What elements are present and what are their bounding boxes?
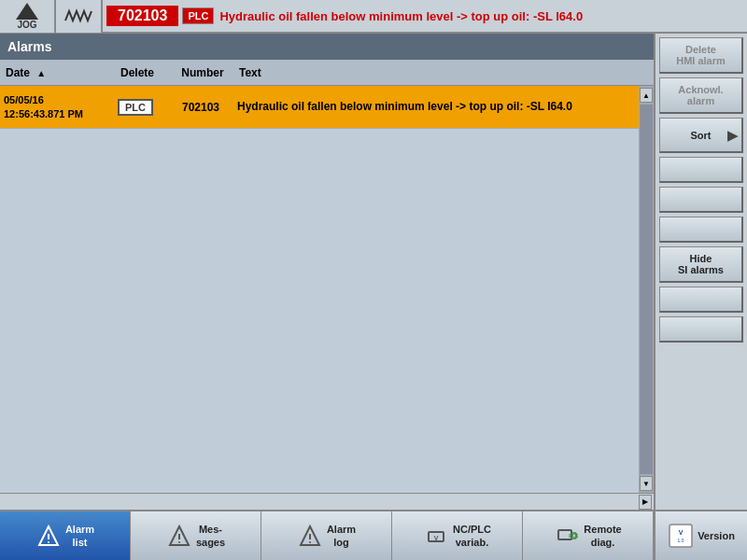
top-alarm-text: Hydraulic oil fallen below minimum level… xyxy=(219,9,583,23)
col-text-header: Text xyxy=(235,66,637,79)
jog-icon: JOG xyxy=(0,0,56,33)
sort-arrow: ▲ xyxy=(36,68,46,78)
nav-alarm-list[interactable]: Alarmlist xyxy=(0,511,131,560)
scroll-up-btn[interactable]: ▲ xyxy=(640,88,653,103)
svg-point-2 xyxy=(48,541,49,543)
table-area: 05/05/1612:56:43.871 PM PLC 702103 Hydra… xyxy=(0,86,654,493)
nav-nc-plc[interactable]: V NC/PLCvariab. xyxy=(392,511,523,560)
plc-badge-top: PLC xyxy=(182,7,214,24)
delete-hmi-alarm-button[interactable]: Delete HMI alarm xyxy=(659,37,743,74)
nav-alarm-log-label: Alarmlog xyxy=(327,523,356,550)
svg-text:1.0: 1.0 xyxy=(678,538,684,543)
version-icon: V 1.0 xyxy=(668,523,694,549)
scroll-track xyxy=(640,105,653,474)
right-spacer-3 xyxy=(659,217,743,243)
scrollbar: ▲ ▼ xyxy=(639,86,654,493)
nc-plc-icon: V xyxy=(423,523,449,549)
svg-point-8 xyxy=(309,541,311,543)
alarm-log-icon xyxy=(297,523,323,549)
top-bar: JOG 702103 PLC Hydraulic oil fallen belo… xyxy=(0,0,747,34)
svg-rect-14 xyxy=(669,525,692,547)
alarm-list-icon xyxy=(35,523,62,549)
col-number-header: Number xyxy=(170,66,235,79)
alarms-title: Alarms xyxy=(0,34,654,60)
plc-delete-btn[interactable]: PLC xyxy=(103,99,168,116)
nav-messages-label: Mes-sages xyxy=(196,523,225,550)
sort-button[interactable]: Sort ▶ xyxy=(659,118,743,153)
row-date: 05/05/1612:56:43.871 PM xyxy=(0,91,103,122)
jog-triangle xyxy=(16,3,38,20)
right-spacer-5 xyxy=(659,316,743,343)
nav-nc-plc-label: NC/PLCvariab. xyxy=(453,523,491,550)
svg-text:V: V xyxy=(679,529,684,536)
alarm-number-badge: 702103 xyxy=(106,6,178,26)
row-number: 702103 xyxy=(168,101,233,114)
svg-text:V: V xyxy=(434,535,439,541)
version-label: Version xyxy=(698,529,735,542)
right-spacer-2 xyxy=(659,187,743,213)
hide-si-alarms-button[interactable]: Hide SI alarms xyxy=(659,246,743,283)
remote-diag-icon: RCS xyxy=(554,523,580,549)
right-panel: Delete HMI alarm Acknowl. alarm Sort ▶ H… xyxy=(654,34,747,510)
right-spacer-4 xyxy=(659,287,743,313)
content-area: Alarms Date ▲ Delete Number Text 05/05/1… xyxy=(0,34,654,510)
scroll-down-btn[interactable]: ▼ xyxy=(640,476,653,491)
nav-alarm-log[interactable]: Alarmlog xyxy=(261,511,392,560)
jog-label: JOG xyxy=(17,20,36,30)
scroll-right-btn[interactable]: ▶ xyxy=(639,495,652,510)
nav-remote-diag[interactable]: RCS Remotediag. xyxy=(523,511,654,560)
wave-svg xyxy=(63,7,93,25)
col-date-header: Date ▲ xyxy=(2,66,105,79)
nav-messages[interactable]: Mes-sages xyxy=(131,511,261,560)
nav-remote-diag-label: Remotediag. xyxy=(584,523,621,550)
nav-alarm-list-label: Alarmlist xyxy=(65,523,94,550)
version-button[interactable]: V 1.0 Version xyxy=(654,511,747,560)
main-area: Alarms Date ▲ Delete Number Text 05/05/1… xyxy=(0,34,747,510)
bottom-nav: Alarmlist Mes-sages Alarmlog V xyxy=(0,510,747,560)
plc-label: PLC xyxy=(118,99,153,116)
svg-point-5 xyxy=(178,541,180,543)
bottom-scroll-bar: ▶ xyxy=(0,493,654,510)
row-text: Hydraulic oil fallen below minimum level… xyxy=(233,97,639,117)
col-delete-header: Delete xyxy=(105,66,170,79)
messages-icon xyxy=(166,523,192,549)
table-row[interactable]: 05/05/1612:56:43.871 PM PLC 702103 Hydra… xyxy=(0,86,639,129)
right-spacer-1 xyxy=(659,157,743,183)
table-header: Date ▲ Delete Number Text xyxy=(0,60,654,86)
wave-icon xyxy=(56,0,103,33)
table-body: 05/05/1612:56:43.871 PM PLC 702103 Hydra… xyxy=(0,86,639,493)
svg-text:RCS: RCS xyxy=(570,533,579,539)
sort-arrow-icon: ▶ xyxy=(727,128,738,143)
acknowl-alarm-button[interactable]: Acknowl. alarm xyxy=(659,77,743,114)
